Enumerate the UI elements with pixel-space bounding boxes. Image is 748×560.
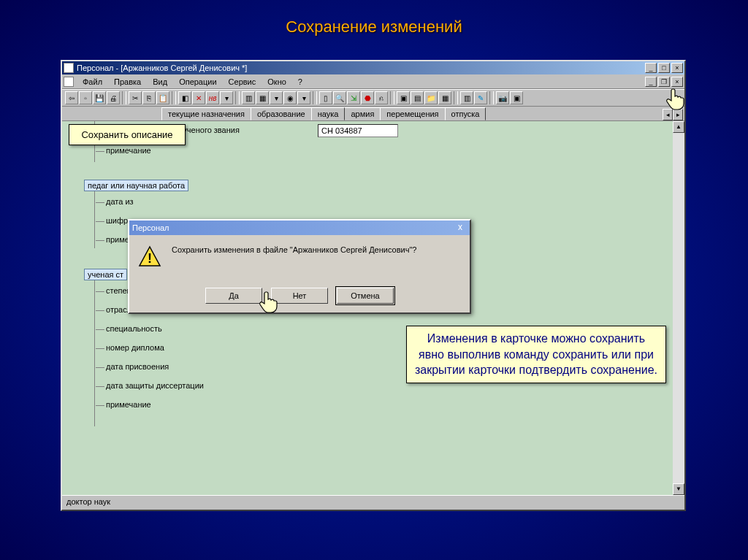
tree-label-note[interactable]: примечание xyxy=(106,146,151,155)
menu-view[interactable]: Вид xyxy=(147,76,173,88)
close-button[interactable]: × xyxy=(671,63,683,73)
tool-back-icon[interactable]: ⇦ xyxy=(65,91,78,104)
maximize-button[interactable]: □ xyxy=(658,63,670,73)
sn-input[interactable] xyxy=(318,124,398,137)
mdi-close[interactable]: × xyxy=(671,77,683,87)
tab-education[interactable]: образование xyxy=(251,107,312,120)
menu-window[interactable]: Окно xyxy=(262,76,292,88)
tool-btn-k[interactable]: ▦ xyxy=(438,91,451,104)
tool-btn-d[interactable]: ▦ xyxy=(256,91,269,104)
tool-save-icon[interactable]: 💾 xyxy=(93,91,106,104)
tab-army[interactable]: армия xyxy=(344,107,381,120)
callout-explanation: Изменения в карточке можно сохранить явн… xyxy=(406,326,666,383)
tab-assignments[interactable]: текущие назначения xyxy=(161,107,251,120)
menu-help[interactable]: ? xyxy=(292,76,308,88)
menubar: Файл Правка Вид Операции Сервис Окно ? _… xyxy=(62,74,684,89)
tool-btn-f[interactable]: ◉ xyxy=(283,91,297,104)
button-cancel[interactable]: Отмена xyxy=(337,288,394,304)
tool-cut-icon[interactable]: ✂ xyxy=(129,91,142,104)
tool-delete-icon[interactable]: ✕ xyxy=(192,91,205,104)
tool-camera-icon[interactable]: 📷 xyxy=(496,91,509,104)
scroll-down-button[interactable]: ▼ xyxy=(673,483,684,495)
statusbar: доктор наук xyxy=(62,495,684,510)
vertical-scrollbar[interactable]: ▲ ▼ xyxy=(673,121,684,495)
group-academic-degree[interactable]: ученая ст xyxy=(84,269,127,280)
tree-label[interactable]: дата из xyxy=(106,197,134,206)
dialog-titlebar: Персонал x xyxy=(129,220,470,235)
tool-btn-c[interactable]: ▥ xyxy=(242,91,255,104)
dialog-message: Сохранить изменения в файле "Аржанников … xyxy=(172,245,416,254)
tree-label[interactable]: примечание xyxy=(106,400,151,409)
callout-save: Сохранить описание xyxy=(69,124,186,145)
menu-service[interactable]: Сервис xyxy=(223,76,262,88)
tool-new-icon[interactable]: ▫ xyxy=(79,91,92,104)
save-confirm-dialog: Персонал x ! Сохранить изменения в файле… xyxy=(128,219,471,314)
tool-btn-a[interactable]: ◧ xyxy=(178,91,191,104)
window-title: Персонал - [Аржанников Сергей Денисович … xyxy=(77,64,644,72)
tab-scroll-right[interactable]: ▸ xyxy=(673,109,683,120)
tool-paste-icon[interactable]: 📋 xyxy=(156,91,169,104)
tool-print-icon[interactable]: 🖨 xyxy=(107,91,120,104)
mdi-restore[interactable]: ❐ xyxy=(658,77,670,87)
menu-operations[interactable]: Операции xyxy=(173,76,222,88)
tab-science[interactable]: наука xyxy=(311,107,346,120)
toolbar: ⇦ ▫ 💾 🖨 ✂ ⎘ 📋 ◧ ✕ нв ▾ ▥ ▦ ▾ ◉ ▾ ▯ 🔍 ⇲ ⬣… xyxy=(62,89,684,107)
tree-label[interactable]: номер диплома xyxy=(106,343,164,352)
tool-folder-icon[interactable]: 📁 xyxy=(424,91,438,104)
tab-moves[interactable]: перемещения xyxy=(380,107,445,120)
slide-title: Сохранение изменений xyxy=(0,0,748,37)
button-no[interactable]: Нет xyxy=(271,288,328,304)
menu-file[interactable]: Файл xyxy=(77,76,108,88)
tool-btn-j[interactable]: ▤ xyxy=(411,91,424,104)
tool-btn-n[interactable]: ▣ xyxy=(510,91,523,104)
app-icon xyxy=(64,63,74,73)
tool-btn-b[interactable]: ▾ xyxy=(220,91,233,104)
tool-btn-l[interactable]: ▥ xyxy=(460,91,473,104)
dialog-title: Персонал xyxy=(132,223,169,232)
svg-text:!: ! xyxy=(148,251,152,266)
tool-btn-i[interactable]: ▣ xyxy=(397,91,410,104)
tree-label[interactable]: дата защиты диссертации xyxy=(106,381,204,390)
button-yes[interactable]: Да xyxy=(205,288,262,304)
tree-line xyxy=(94,191,95,248)
tool-no-icon[interactable]: нв xyxy=(206,91,219,104)
warning-icon: ! xyxy=(138,245,161,269)
control-menu-icon[interactable] xyxy=(64,77,74,87)
tree-line xyxy=(94,280,95,426)
tool-export-icon[interactable]: ⇲ xyxy=(347,91,360,104)
tab-vacations[interactable]: отпуска xyxy=(445,107,486,120)
dialog-close-button[interactable]: x xyxy=(454,222,467,234)
tree-label[interactable]: дата присвоения xyxy=(106,362,169,371)
tool-preview-icon[interactable]: 🔍 xyxy=(333,91,346,104)
tool-copy-icon[interactable]: ⎘ xyxy=(142,91,156,104)
scroll-up-button[interactable]: ▲ xyxy=(673,121,684,133)
group-scientific-work[interactable]: педаг или научная работа xyxy=(84,180,188,191)
tree-label[interactable]: специальность xyxy=(106,324,162,333)
tool-stop-icon[interactable]: ⬣ xyxy=(361,91,374,104)
titlebar: Персонал - [Аржанников Сергей Денисович … xyxy=(62,61,684,74)
tool-btn-g[interactable]: ▾ xyxy=(297,91,310,104)
tool-btn-e[interactable]: ▾ xyxy=(270,91,283,104)
menu-edit[interactable]: Правка xyxy=(108,76,147,88)
tool-doc-icon[interactable]: ▯ xyxy=(319,91,332,104)
tool-btn-h[interactable]: ⎌ xyxy=(375,91,388,104)
minimize-button[interactable]: _ xyxy=(645,63,657,73)
tab-scroll-left[interactable]: ◂ xyxy=(663,109,673,120)
tool-btn-m[interactable]: ✎ xyxy=(474,91,487,104)
mdi-minimize[interactable]: _ xyxy=(645,77,657,87)
tabbar: текущие назначения образование наука арм… xyxy=(62,107,684,121)
